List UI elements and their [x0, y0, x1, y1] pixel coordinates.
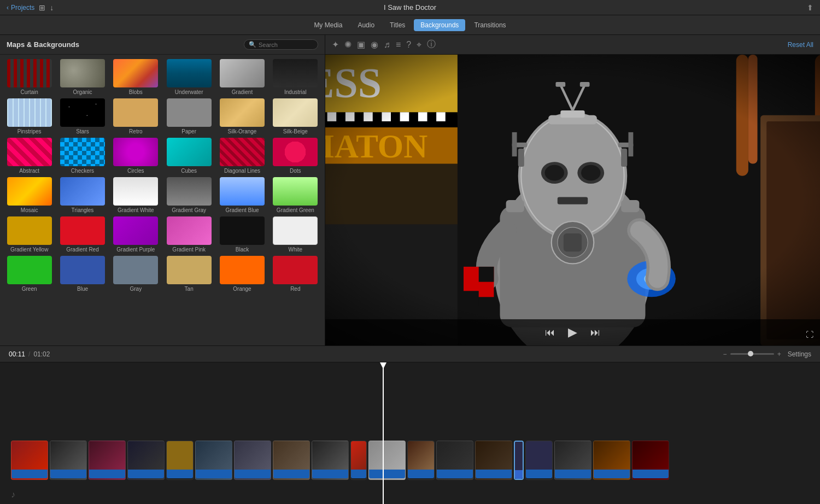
timeline-clip[interactable]: [407, 441, 435, 480]
skip-forward-button[interactable]: ⏭: [590, 327, 600, 338]
tab-backgrounds[interactable]: Backgrounds: [414, 19, 465, 31]
background-item-organic[interactable]: Organic: [57, 59, 107, 95]
background-item-abstract[interactable]: Abstract: [4, 138, 54, 174]
tab-transitions[interactable]: Transitions: [467, 19, 512, 31]
background-item-red[interactable]: Red: [271, 256, 320, 292]
timeline-clip[interactable]: [234, 441, 271, 480]
background-item-diagonal-lines[interactable]: Diagonal Lines: [217, 138, 267, 174]
background-label: Gradient: [232, 89, 253, 95]
background-item-gradient-blue[interactable]: Gradient Blue: [217, 177, 267, 213]
background-item-gradient-yellow[interactable]: Gradient Yellow: [4, 216, 54, 253]
timeline-clip[interactable]: [475, 441, 512, 480]
background-item-underwater[interactable]: Underwater: [164, 59, 214, 95]
zoom-thumb[interactable]: [748, 351, 753, 356]
background-item-gradient-purple[interactable]: Gradient Purple: [111, 216, 161, 253]
timeline-clip[interactable]: [166, 441, 194, 480]
tab-audio[interactable]: Audio: [351, 19, 381, 31]
background-item-triangles[interactable]: Triangles: [57, 177, 107, 213]
timeline-clip[interactable]: [89, 441, 126, 480]
reset-all-button[interactable]: Reset All: [788, 41, 813, 49]
background-thumbnail: [7, 138, 52, 166]
background-item-gradient-white[interactable]: Gradient White: [111, 177, 161, 213]
play-button[interactable]: ▶: [568, 325, 577, 339]
background-item-gradient[interactable]: Gradient: [217, 59, 267, 95]
equalizer-icon[interactable]: ≡: [396, 40, 401, 50]
settings-label[interactable]: Settings: [788, 350, 811, 358]
timeline-clip[interactable]: [11, 441, 48, 480]
crop-icon[interactable]: ▣: [357, 39, 365, 50]
question-icon[interactable]: ?: [406, 40, 411, 50]
background-item-gradient-pink[interactable]: Gradient Pink: [164, 216, 214, 253]
search-input[interactable]: [259, 42, 313, 48]
grid-icon[interactable]: ⊞: [39, 3, 45, 12]
tab-my-media[interactable]: My Media: [307, 19, 349, 31]
background-item-green[interactable]: Green: [4, 256, 54, 292]
backgrounds-grid: CurtainOrganicBlobsUnderwaterGradientInd…: [4, 59, 320, 292]
background-item-silk-orange[interactable]: Silk-Orange: [217, 98, 267, 134]
zoom-minus-icon[interactable]: −: [723, 350, 727, 358]
background-item-silk-beige[interactable]: Silk-Beige: [271, 98, 320, 134]
zoom-control[interactable]: − +: [723, 350, 781, 358]
timeline-clip[interactable]: [350, 441, 367, 480]
background-item-dots[interactable]: Dots: [271, 138, 320, 174]
background-thumbnail: [7, 98, 52, 127]
timeline-header: 00:11 / 01:02 − + Settings: [0, 346, 820, 362]
background-item-black[interactable]: Black: [217, 216, 267, 253]
background-item-gradient-green[interactable]: Gradient Green: [271, 177, 320, 213]
timeline-clip[interactable]: [312, 441, 349, 480]
timeline-clip[interactable]: [436, 441, 473, 480]
timeline-clip[interactable]: [368, 441, 406, 480]
background-item-gray[interactable]: Gray: [111, 256, 161, 292]
timeline-clip[interactable]: [632, 441, 669, 480]
projects-button[interactable]: ‹ Projects: [7, 4, 34, 11]
info-icon[interactable]: ⓘ: [427, 39, 436, 50]
projects-label[interactable]: Projects: [11, 4, 34, 11]
effects-icon[interactable]: ✺: [344, 39, 352, 50]
stabilize-icon[interactable]: ⌖: [417, 40, 421, 50]
skip-back-button[interactable]: ⏮: [545, 327, 555, 338]
background-item-mosaic[interactable]: Mosaic: [4, 177, 54, 213]
background-item-stars[interactable]: Stars: [57, 98, 107, 134]
background-item-gradient-gray[interactable]: Gradient Gray: [164, 177, 214, 213]
timeline-clip[interactable]: [50, 441, 87, 480]
background-label: Tan: [185, 286, 194, 292]
background-label: Organic: [73, 89, 92, 95]
background-item-retro[interactable]: Retro: [111, 98, 161, 134]
magic-wand-icon[interactable]: ✦: [332, 39, 339, 50]
background-item-tan[interactable]: Tan: [164, 256, 214, 292]
background-item-industrial[interactable]: Industrial: [271, 59, 320, 95]
camera-icon[interactable]: ◉: [371, 39, 378, 50]
background-item-pinstripes[interactable]: Pinstripes: [4, 98, 54, 134]
search-box[interactable]: 🔍: [244, 39, 318, 50]
background-thumbnail: [113, 138, 158, 166]
timeline-clip[interactable]: [195, 441, 232, 480]
fullscreen-button[interactable]: ⛶: [806, 330, 813, 339]
panel-title: Maps & Backgrounds: [7, 40, 79, 49]
timeline-clip-selected[interactable]: [514, 441, 524, 480]
timeline-tracks: [0, 433, 820, 488]
audio-icon[interactable]: ♬: [384, 40, 390, 50]
current-time: 00:11: [9, 350, 25, 358]
timeline-clip[interactable]: [273, 441, 310, 480]
timeline-clip[interactable]: [554, 441, 591, 480]
video-preview[interactable]: ESS MATON: [325, 55, 820, 345]
tab-titles[interactable]: Titles: [383, 19, 412, 31]
background-item-blobs[interactable]: Blobs: [111, 59, 161, 95]
background-item-paper[interactable]: Paper: [164, 98, 214, 134]
background-item-circles[interactable]: Circles: [111, 138, 161, 174]
background-item-checkers[interactable]: Checkers: [57, 138, 107, 174]
background-item-cubes[interactable]: Cubes: [164, 138, 214, 174]
zoom-slider[interactable]: [730, 353, 774, 355]
background-item-white[interactable]: White: [271, 216, 320, 253]
arrow-down-icon[interactable]: ↓: [50, 3, 54, 12]
background-item-gradient-red[interactable]: Gradient Red: [57, 216, 107, 253]
zoom-plus-icon[interactable]: +: [777, 350, 781, 358]
timeline-clip[interactable]: [525, 441, 553, 480]
background-item-blue[interactable]: Blue: [57, 256, 107, 292]
export-icon[interactable]: ⬆: [807, 3, 813, 12]
background-item-curtain[interactable]: Curtain: [4, 59, 54, 95]
settings-button[interactable]: Settings: [788, 350, 811, 358]
timeline-clip[interactable]: [127, 441, 165, 480]
background-item-orange[interactable]: Orange: [217, 256, 267, 292]
timeline-clip[interactable]: [593, 441, 630, 480]
